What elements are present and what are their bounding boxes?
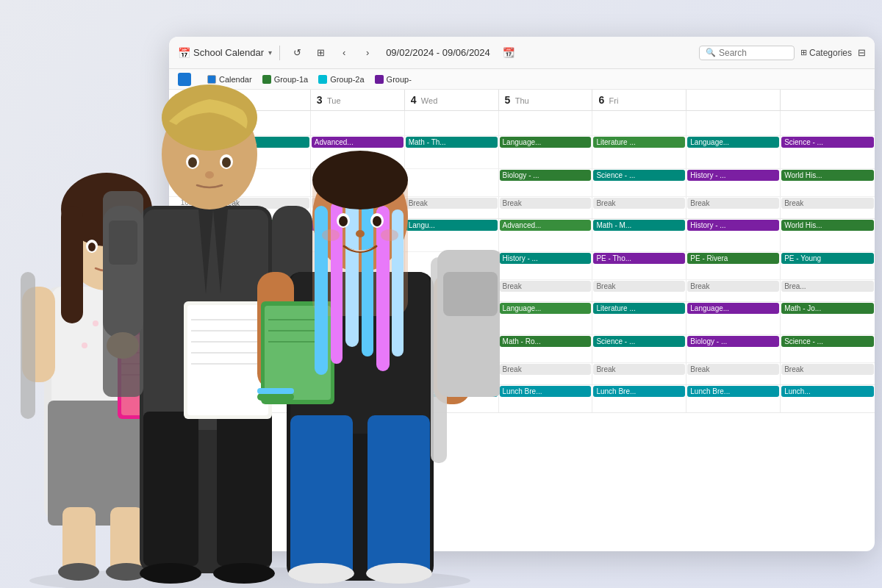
day-num-fri: 6 bbox=[598, 94, 604, 106]
day-header-thu: 5 Thu bbox=[499, 90, 593, 110]
cell-lunch-sat[interactable]: Lunch Bre... bbox=[686, 385, 781, 412]
dropdown-arrow[interactable]: ▾ bbox=[268, 49, 272, 57]
cell-930b-sat[interactable]: History - ... bbox=[686, 169, 781, 196]
cell-930b-fri[interactable]: Science - ... bbox=[592, 169, 686, 196]
svg-point-54 bbox=[188, 157, 197, 168]
cell-break1-thu[interactable]: Break bbox=[499, 197, 593, 218]
cell-1130-sat[interactable]: Language... bbox=[686, 302, 781, 334]
cell-break1-extra[interactable]: Break bbox=[781, 197, 875, 218]
svg-point-55 bbox=[222, 157, 231, 168]
cell-1030b-extra[interactable]: PE - Young bbox=[781, 252, 875, 279]
cell-break3-thu[interactable]: Break bbox=[499, 363, 593, 384]
cell-930am-sat[interactable]: Language... bbox=[686, 136, 781, 168]
cell-break3-fri[interactable]: Break bbox=[592, 363, 686, 384]
cell-break3-extra[interactable]: Break bbox=[781, 363, 875, 384]
event-literature[interactable]: Literature ... bbox=[593, 137, 685, 148]
event-advanced2[interactable]: Advanced... bbox=[500, 220, 592, 231]
cell-lunch-fri[interactable]: Lunch Bre... bbox=[592, 385, 686, 412]
date-picker-button[interactable]: 📆 bbox=[499, 43, 518, 62]
cell-1130b-sat[interactable]: Biology - ... bbox=[686, 335, 781, 362]
event-lunch-sat[interactable]: Lunch Bre... bbox=[687, 386, 779, 397]
cell-1130-extra[interactable]: Math - Jo... bbox=[781, 302, 875, 334]
cell-1030b-thu[interactable]: History - ... bbox=[499, 252, 593, 279]
cell-930b-thu[interactable]: Biology - ... bbox=[499, 169, 593, 196]
event-pe-tho[interactable]: PE - Tho... bbox=[593, 253, 685, 264]
event-break-1g[interactable]: Break bbox=[781, 198, 874, 209]
cell-break1-fri[interactable]: Break bbox=[592, 197, 686, 218]
svg-point-83 bbox=[312, 151, 408, 209]
cell-930am-extra[interactable]: Science - ... bbox=[781, 136, 875, 168]
event-science2[interactable]: Science - ... bbox=[593, 170, 685, 181]
event-lunch-thu[interactable]: Lunch Bre... bbox=[500, 386, 592, 397]
cell-1030b-sat[interactable]: PE - Rivera bbox=[686, 252, 781, 279]
event-math-ro[interactable]: Math - Ro... bbox=[500, 336, 592, 347]
event-worldhis2[interactable]: World His... bbox=[781, 220, 874, 231]
cell-1030-extra[interactable]: World His... bbox=[781, 219, 875, 251]
cell-1030-fri[interactable]: Math - M... bbox=[592, 219, 686, 251]
cell-break2-thu[interactable]: Break bbox=[499, 280, 593, 301]
event-language5[interactable]: Language... bbox=[687, 303, 779, 314]
cell-930b-extra[interactable]: World His... bbox=[781, 169, 875, 196]
event-break-3g[interactable]: Break bbox=[781, 364, 874, 375]
cell-1030b-fri[interactable]: PE - Tho... bbox=[592, 252, 686, 279]
cell-lunch-extra[interactable]: Lunch... bbox=[781, 385, 875, 412]
cell-break3-sat[interactable]: Break bbox=[686, 363, 781, 384]
cell-930am-thu[interactable]: Language... bbox=[499, 136, 593, 168]
event-science5[interactable]: Science - ... bbox=[781, 336, 874, 347]
day-header-fri: 6 Fri bbox=[592, 90, 686, 110]
cell-930am-fri[interactable]: Literature ... bbox=[592, 136, 686, 168]
event-literature3[interactable]: Literature ... bbox=[593, 303, 685, 314]
cell-break2-extra[interactable]: Brea... bbox=[781, 280, 875, 301]
day-name-fri: Fri bbox=[609, 96, 619, 105]
cell-1130b-extra[interactable]: Science - ... bbox=[781, 335, 875, 362]
event-language1[interactable]: Language... bbox=[500, 137, 592, 148]
search-input[interactable] bbox=[719, 48, 785, 58]
event-worldhis1[interactable]: World His... bbox=[781, 170, 874, 181]
cell-1130-fri[interactable]: Literature ... bbox=[592, 302, 686, 334]
cell-lunch-thu[interactable]: Lunch Bre... bbox=[499, 385, 593, 412]
cell-1130b-thu[interactable]: Math - Ro... bbox=[499, 335, 593, 362]
event-pe-rivera[interactable]: PE - Rivera bbox=[687, 253, 779, 264]
event-break-3e[interactable]: Break bbox=[593, 364, 685, 375]
event-math-jo2[interactable]: Math - Jo... bbox=[781, 303, 874, 314]
cell-1130b-fri[interactable]: Science - ... bbox=[592, 335, 686, 362]
event-science1[interactable]: Science - ... bbox=[781, 137, 874, 148]
event-lunch-extra[interactable]: Lunch... bbox=[781, 386, 874, 397]
event-break-2g[interactable]: Brea... bbox=[781, 281, 874, 292]
event-math-m[interactable]: Math - M... bbox=[593, 220, 685, 231]
event-history3[interactable]: History - ... bbox=[500, 253, 592, 264]
event-biology2[interactable]: Biology - ... bbox=[687, 336, 779, 347]
svg-rect-80 bbox=[362, 202, 373, 356]
event-break-3f[interactable]: Break bbox=[687, 364, 779, 375]
event-break-2f[interactable]: Break bbox=[687, 281, 779, 292]
svg-point-90 bbox=[356, 230, 365, 237]
event-break-1f[interactable]: Break bbox=[687, 198, 779, 209]
cell-1030-thu[interactable]: Advanced... bbox=[499, 219, 593, 251]
cell-break1-sat[interactable]: Break bbox=[686, 197, 781, 218]
cell-1130-thu[interactable]: Language... bbox=[499, 302, 593, 334]
search-box[interactable]: 🔍 bbox=[699, 46, 795, 60]
event-break-1e[interactable]: Break bbox=[593, 198, 685, 209]
day-name-thu: Thu bbox=[515, 96, 529, 105]
event-break-1d[interactable]: Break bbox=[500, 198, 592, 209]
calendar-title-group: 📅 School Calendar ▾ bbox=[178, 47, 272, 59]
event-pe-young[interactable]: PE - Young bbox=[781, 253, 874, 264]
view-options-button[interactable]: ⊟ bbox=[858, 47, 866, 58]
event-science4[interactable]: Science - ... bbox=[593, 336, 685, 347]
cell-break2-fri[interactable]: Break bbox=[592, 280, 686, 301]
event-history2[interactable]: History - ... bbox=[687, 220, 779, 231]
event-break-2e[interactable]: Break bbox=[593, 281, 685, 292]
event-language2[interactable]: Language... bbox=[687, 137, 779, 148]
event-break-3d[interactable]: Break bbox=[500, 364, 592, 375]
event-lunch-fri[interactable]: Lunch Bre... bbox=[593, 386, 685, 397]
event-break-2d[interactable]: Break bbox=[500, 281, 592, 292]
calendar-icon: 📅 bbox=[178, 47, 190, 59]
event-biology1[interactable]: Biology - ... bbox=[500, 170, 592, 181]
event-history1[interactable]: History - ... bbox=[687, 170, 779, 181]
svg-rect-92 bbox=[257, 388, 294, 394]
cell-break2-sat[interactable]: Break bbox=[686, 280, 781, 301]
categories-button[interactable]: ⊞ Categories bbox=[800, 48, 852, 58]
event-language4[interactable]: Language... bbox=[500, 303, 592, 314]
cell-1030-sat[interactable]: History - ... bbox=[686, 219, 781, 251]
day-num-thu: 5 bbox=[505, 94, 511, 106]
